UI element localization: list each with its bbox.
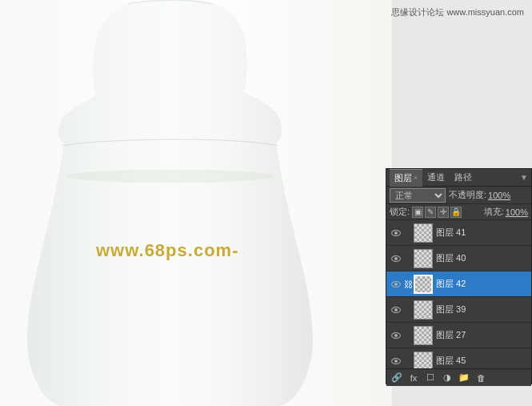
layer-thumb-45 — [414, 352, 433, 369]
fill-label: 填充: — [484, 206, 504, 218]
lock-transparent-icon[interactable]: ▣ — [412, 207, 423, 218]
layer-eye-45[interactable] — [390, 355, 402, 368]
bottle-illustration — [0, 0, 392, 406]
layer-item-41[interactable]: 图层 41 — [386, 220, 531, 246]
adjustment-button[interactable]: ◑ — [440, 372, 454, 384]
tab-layers[interactable]: 图层 × — [390, 169, 422, 187]
link-button[interactable]: 🔗 — [390, 372, 404, 384]
layer-thumb-27 — [414, 326, 433, 345]
lock-paint-icon[interactable]: ✎ — [425, 207, 436, 218]
lock-row: 锁定: ▣ ✎ ✛ 🔒 填充: 100% — [386, 204, 531, 220]
lock-label: 锁定: — [390, 206, 410, 218]
layer-eye-40[interactable] — [390, 252, 402, 265]
layer-item-39[interactable]: 图层 39 — [386, 297, 531, 323]
layer-name-42: 图层 42 — [436, 278, 528, 290]
lock-icons-group: ▣ ✎ ✛ 🔒 — [412, 207, 462, 218]
delete-button[interactable]: 🗑 — [474, 372, 488, 384]
layer-thumb-39 — [414, 300, 433, 320]
layer-item-45[interactable]: 图层 45 — [386, 348, 531, 368]
fill-value[interactable]: 100% — [506, 207, 528, 217]
opacity-value[interactable]: 100% — [488, 191, 510, 200]
opacity-label: 不透明度: — [449, 189, 486, 201]
tab-channels[interactable]: 通道 — [422, 169, 450, 187]
blend-mode-row: 正常 不透明度: 100% — [386, 187, 531, 204]
layer-name-41: 图层 41 — [436, 227, 528, 239]
layer-item-40[interactable]: 图层 40 — [386, 246, 531, 271]
layer-thumb-40 — [414, 249, 433, 268]
lock-move-icon[interactable]: ✛ — [438, 207, 449, 218]
layer-eye-39[interactable] — [390, 303, 402, 316]
layer-thumb-41 — [414, 223, 433, 243]
layer-eye-42[interactable] — [390, 278, 402, 291]
panel-menu-icon[interactable]: ▼ — [520, 173, 528, 182]
blend-mode-select[interactable]: 正常 — [390, 188, 446, 203]
lock-all-icon[interactable]: 🔒 — [450, 207, 462, 218]
svg-point-0 — [66, 170, 274, 183]
tab-paths[interactable]: 路径 — [450, 169, 477, 187]
layer-eye-41[interactable] — [390, 227, 402, 239]
layer-name-40: 图层 40 — [436, 252, 528, 264]
layers-panel: 图层 × 通道 路径 ▼ 正常 不透明度: 100% 锁定: ▣ ✎ — [386, 168, 532, 384]
layer-eye-27[interactable] — [390, 329, 402, 342]
middle-watermark: www.68ps.com- — [96, 240, 238, 261]
layers-list[interactable]: 图层 41 图层 40 ⛓ 图层 42 — [386, 220, 531, 368]
canvas-area: www.68ps.com- 思缘设计论坛 www.missyuan.com 图层… — [0, 0, 532, 406]
folder-button[interactable]: 📁 — [457, 372, 471, 384]
layer-name-45: 图层 45 — [436, 355, 528, 367]
top-watermark: 思缘设计论坛 www.missyuan.com — [391, 6, 524, 18]
tab-close-icon[interactable]: × — [414, 174, 418, 182]
mask-button[interactable]: ☐ — [423, 372, 438, 384]
layer-item-42[interactable]: ⛓ 图层 42 — [386, 271, 531, 297]
panel-toolbar: 🔗 fx ☐ ◑ 📁 🗑 — [386, 368, 531, 386]
layer-item-27[interactable]: 图层 27 — [386, 323, 531, 348]
layer-name-27: 图层 27 — [436, 329, 528, 341]
panel-tabs-bar: 图层 × 通道 路径 ▼ — [386, 169, 531, 187]
fx-button[interactable]: fx — [406, 372, 421, 384]
layer-thumb-42 — [414, 275, 433, 294]
layer-chain-42: ⛓ — [404, 279, 414, 289]
bottle-background — [0, 0, 392, 406]
layer-name-39: 图层 39 — [436, 303, 528, 316]
